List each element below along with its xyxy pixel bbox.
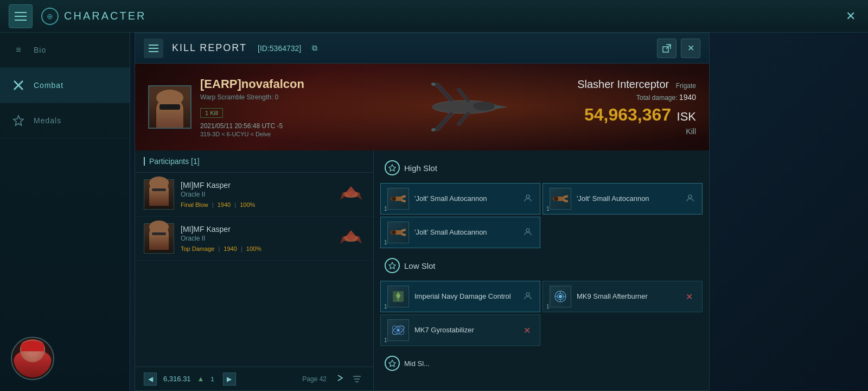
svg-point-31 xyxy=(526,195,529,198)
next-page-arrow[interactable] xyxy=(335,373,345,385)
ship-name: Slasher Interceptor xyxy=(577,78,669,90)
high-slot-item-2-right[interactable]: 1 'Jolt' Small Autocannon xyxy=(542,183,703,215)
damage-control-icon xyxy=(387,286,409,307)
total-damage-value: 1940 xyxy=(679,93,696,102)
svg-marker-61 xyxy=(389,360,395,367)
sidebar-label-medals: Medals xyxy=(34,116,61,125)
next-slot-title: Mid Sl... xyxy=(404,360,430,368)
page-indicator: Page 42 xyxy=(302,375,327,383)
damage-pct-2: 100% xyxy=(246,245,261,252)
total-damage-row: Total damage: 1940 xyxy=(555,93,696,102)
sidebar-item-bio[interactable]: ≡ Bio xyxy=(0,33,130,68)
prev-page-button[interactable]: ◀ xyxy=(144,373,157,386)
bio-icon: ≡ xyxy=(11,42,26,58)
modal-body: Participants [1] [MI]MF Kasper Oracle II xyxy=(135,150,709,390)
low-slot-section: Low Slot 1 I xyxy=(380,255,703,346)
high-slot-item-3[interactable]: 1 'Jolt' Small Autocannon xyxy=(380,217,540,248)
low-slot-title: Low Slot xyxy=(404,261,436,270)
pilot-name: [EARP]novafalcon xyxy=(200,77,555,91)
damage-value-2: 1940 xyxy=(224,245,237,252)
svg-point-60 xyxy=(397,329,399,331)
kill-location: 319-3D < 6-UCYU < Delve xyxy=(200,131,555,137)
participant-info-1: [MI]MF Kasper Oracle II Final Blow | 194… xyxy=(181,181,331,208)
isk-label: ISK xyxy=(677,110,696,123)
combat-icon xyxy=(11,78,26,93)
bottom-bar: ◀ 6,316.31 ▲ 1 ▶ Page 42 xyxy=(135,367,373,390)
svg-rect-28 xyxy=(401,195,406,198)
svg-point-49 xyxy=(526,293,529,296)
svg-marker-2 xyxy=(14,116,23,125)
participant-damage-2: Top Damage | 1940 | 100% xyxy=(181,245,331,252)
player-avatar xyxy=(11,337,54,380)
modal-close-button[interactable]: ✕ xyxy=(681,39,700,58)
modal-hamburger-button[interactable] xyxy=(144,39,163,58)
participant-ship-1: Oracle II xyxy=(181,191,331,198)
kill-date: 2021/05/11 20:56:48 UTC -5 xyxy=(200,122,555,130)
next-page-button[interactable]: ▶ xyxy=(223,373,236,386)
person-icon-dc xyxy=(524,292,533,301)
participant-ship-2: Oracle II xyxy=(181,235,331,242)
sidebar-label-combat: Combat xyxy=(34,81,63,90)
next-slot-header: Mid Sl... xyxy=(380,352,703,374)
high-slot-grid: 1 'Jolt' Small Autocannon xyxy=(380,183,703,248)
gyrostabilizer-icon xyxy=(387,319,409,341)
svg-rect-41 xyxy=(401,233,406,236)
ship-type: Frigate xyxy=(676,82,696,90)
sidebar-item-combat[interactable]: Combat xyxy=(0,68,130,103)
autocannon-icon-3 xyxy=(387,222,409,243)
bottom-amount: 6,316.31 xyxy=(163,375,191,383)
modal-action-buttons: ✕ xyxy=(657,39,700,58)
pilot-avatar xyxy=(148,85,192,129)
participant-card-1[interactable]: [MI]MF Kasper Oracle II Final Blow | 194… xyxy=(135,173,373,217)
left-sidebar: ≡ Bio Combat Medals xyxy=(0,33,130,391)
low-slot-item-1[interactable]: 1 Imperial Navy Damage Control xyxy=(380,281,540,312)
gyrostabilizer-remove-button[interactable]: ✕ xyxy=(524,325,533,335)
low-slot-item-2[interactable]: 1 MK9 Small A xyxy=(542,281,703,312)
modal-report-id: [ID:5364732] xyxy=(258,44,301,53)
svg-rect-40 xyxy=(401,229,406,232)
logo-icon: ⊕ xyxy=(41,8,59,25)
damage-value-1: 1940 xyxy=(218,201,231,208)
nav-logo: ⊕ CHARACTER xyxy=(41,8,146,25)
participant-name-1: [MI]MF Kasper xyxy=(181,181,331,190)
high-slot-item-1[interactable]: 1 'Jolt' Small Autocannon xyxy=(380,183,540,215)
total-damage-label: Total damage: xyxy=(636,94,677,102)
hamburger-button[interactable] xyxy=(9,4,33,28)
pilot-info: [EARP]novafalcon Warp Scramble Strength:… xyxy=(200,77,555,137)
person-icon-3 xyxy=(524,228,533,237)
high-slot-icon xyxy=(385,160,400,175)
svg-rect-34 xyxy=(564,195,569,198)
kill-badge: 1 Kill xyxy=(200,108,223,118)
svg-point-30 xyxy=(392,197,396,201)
filter-icon[interactable] xyxy=(349,371,365,387)
participant-info-2: [MI]MF Kasper Oracle II Top Damage | 194… xyxy=(181,225,331,252)
pilot-warp-stat: Warp Scramble Strength: 0 xyxy=(200,93,555,101)
next-slot-icon xyxy=(385,356,400,371)
low-slot-grid: 1 Imperial Navy Damage Control xyxy=(380,281,703,346)
autocannon-icon-1 xyxy=(387,188,409,210)
svg-point-52 xyxy=(559,295,562,298)
amount-icon: ▲ xyxy=(197,375,205,383)
participant-card-2[interactable]: [MI]MF Kasper Oracle II Top Damage | 194… xyxy=(135,217,373,261)
final-blow-label: Final Blow xyxy=(181,201,208,208)
participant-face-1 xyxy=(144,180,174,209)
svg-point-42 xyxy=(392,230,396,235)
sidebar-item-medals[interactable]: Medals xyxy=(0,103,130,138)
kill-result: Kill xyxy=(555,127,696,136)
participant-ship-icon-1 xyxy=(337,181,365,208)
low-slot-item-3[interactable]: 1 MK7 Gyrostabilizer ✕ xyxy=(380,314,540,346)
participants-header: Participants [1] xyxy=(135,150,373,173)
top-navigation: ⊕ CHARACTER ✕ xyxy=(0,0,868,33)
high-slot-section: High Slot 1 xyxy=(380,157,703,248)
participant-portrait-1 xyxy=(144,179,174,210)
external-link-button[interactable] xyxy=(657,39,676,58)
participants-panel: Participants [1] [MI]MF Kasper Oracle II xyxy=(135,150,374,390)
afterburner-remove-button[interactable]: ✕ xyxy=(686,292,695,301)
modal-header: KILL REPORT [ID:5364732] ⧉ ✕ xyxy=(135,33,709,64)
participant-face-2 xyxy=(144,224,174,253)
app-close-button[interactable]: ✕ xyxy=(842,8,859,25)
sidebar-label-bio: Bio xyxy=(34,46,46,54)
svg-point-43 xyxy=(526,229,529,232)
copy-icon[interactable]: ⧉ xyxy=(312,43,317,53)
svg-rect-35 xyxy=(564,199,569,203)
